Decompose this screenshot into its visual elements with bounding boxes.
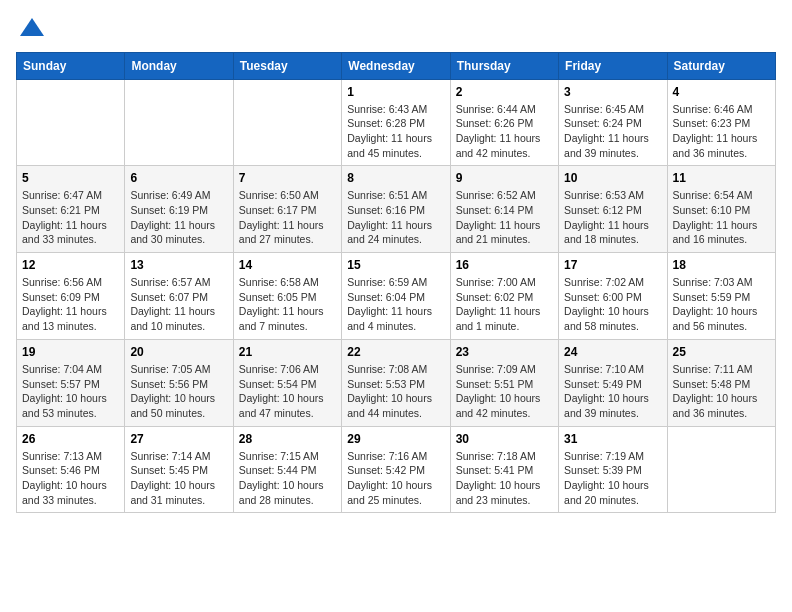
calendar-cell: 3 Sunrise: 6:45 AMSunset: 6:24 PMDayligh… — [559, 79, 667, 166]
calendar-cell: 22 Sunrise: 7:08 AMSunset: 5:53 PMDaylig… — [342, 339, 450, 426]
day-number: 30 — [456, 432, 553, 446]
day-info: Sunrise: 6:47 AMSunset: 6:21 PMDaylight:… — [22, 188, 119, 247]
calendar-week-row: 26 Sunrise: 7:13 AMSunset: 5:46 PMDaylig… — [17, 426, 776, 513]
day-info: Sunrise: 7:19 AMSunset: 5:39 PMDaylight:… — [564, 449, 661, 508]
day-info: Sunrise: 6:57 AMSunset: 6:07 PMDaylight:… — [130, 275, 227, 334]
calendar-cell — [233, 79, 341, 166]
day-number: 5 — [22, 171, 119, 185]
calendar-cell: 14 Sunrise: 6:58 AMSunset: 6:05 PMDaylig… — [233, 253, 341, 340]
day-number: 26 — [22, 432, 119, 446]
calendar-cell: 30 Sunrise: 7:18 AMSunset: 5:41 PMDaylig… — [450, 426, 558, 513]
day-number: 12 — [22, 258, 119, 272]
weekday-header: Saturday — [667, 52, 775, 79]
calendar-cell: 26 Sunrise: 7:13 AMSunset: 5:46 PMDaylig… — [17, 426, 125, 513]
day-number: 28 — [239, 432, 336, 446]
day-number: 20 — [130, 345, 227, 359]
day-info: Sunrise: 7:02 AMSunset: 6:00 PMDaylight:… — [564, 275, 661, 334]
calendar-week-row: 12 Sunrise: 6:56 AMSunset: 6:09 PMDaylig… — [17, 253, 776, 340]
calendar-cell: 4 Sunrise: 6:46 AMSunset: 6:23 PMDayligh… — [667, 79, 775, 166]
calendar-cell: 17 Sunrise: 7:02 AMSunset: 6:00 PMDaylig… — [559, 253, 667, 340]
day-number: 13 — [130, 258, 227, 272]
calendar-cell: 20 Sunrise: 7:05 AMSunset: 5:56 PMDaylig… — [125, 339, 233, 426]
day-number: 18 — [673, 258, 770, 272]
calendar-cell: 12 Sunrise: 6:56 AMSunset: 6:09 PMDaylig… — [17, 253, 125, 340]
calendar-cell: 16 Sunrise: 7:00 AMSunset: 6:02 PMDaylig… — [450, 253, 558, 340]
day-info: Sunrise: 7:15 AMSunset: 5:44 PMDaylight:… — [239, 449, 336, 508]
svg-marker-0 — [20, 18, 44, 36]
weekday-header: Sunday — [17, 52, 125, 79]
day-info: Sunrise: 7:11 AMSunset: 5:48 PMDaylight:… — [673, 362, 770, 421]
day-info: Sunrise: 6:44 AMSunset: 6:26 PMDaylight:… — [456, 102, 553, 161]
calendar-cell: 8 Sunrise: 6:51 AMSunset: 6:16 PMDayligh… — [342, 166, 450, 253]
day-info: Sunrise: 7:05 AMSunset: 5:56 PMDaylight:… — [130, 362, 227, 421]
weekday-header: Thursday — [450, 52, 558, 79]
day-number: 4 — [673, 85, 770, 99]
day-info: Sunrise: 6:43 AMSunset: 6:28 PMDaylight:… — [347, 102, 444, 161]
day-info: Sunrise: 7:10 AMSunset: 5:49 PMDaylight:… — [564, 362, 661, 421]
day-info: Sunrise: 6:45 AMSunset: 6:24 PMDaylight:… — [564, 102, 661, 161]
day-number: 7 — [239, 171, 336, 185]
day-number: 10 — [564, 171, 661, 185]
weekday-header: Wednesday — [342, 52, 450, 79]
day-info: Sunrise: 6:50 AMSunset: 6:17 PMDaylight:… — [239, 188, 336, 247]
day-number: 24 — [564, 345, 661, 359]
calendar-cell: 2 Sunrise: 6:44 AMSunset: 6:26 PMDayligh… — [450, 79, 558, 166]
day-info: Sunrise: 7:16 AMSunset: 5:42 PMDaylight:… — [347, 449, 444, 508]
day-info: Sunrise: 7:04 AMSunset: 5:57 PMDaylight:… — [22, 362, 119, 421]
calendar-cell: 9 Sunrise: 6:52 AMSunset: 6:14 PMDayligh… — [450, 166, 558, 253]
day-info: Sunrise: 6:54 AMSunset: 6:10 PMDaylight:… — [673, 188, 770, 247]
calendar-cell: 23 Sunrise: 7:09 AMSunset: 5:51 PMDaylig… — [450, 339, 558, 426]
day-info: Sunrise: 6:59 AMSunset: 6:04 PMDaylight:… — [347, 275, 444, 334]
calendar-cell: 10 Sunrise: 6:53 AMSunset: 6:12 PMDaylig… — [559, 166, 667, 253]
calendar-cell: 13 Sunrise: 6:57 AMSunset: 6:07 PMDaylig… — [125, 253, 233, 340]
calendar-cell: 18 Sunrise: 7:03 AMSunset: 5:59 PMDaylig… — [667, 253, 775, 340]
day-number: 14 — [239, 258, 336, 272]
day-number: 31 — [564, 432, 661, 446]
day-number: 16 — [456, 258, 553, 272]
calendar-cell: 6 Sunrise: 6:49 AMSunset: 6:19 PMDayligh… — [125, 166, 233, 253]
calendar-cell: 28 Sunrise: 7:15 AMSunset: 5:44 PMDaylig… — [233, 426, 341, 513]
day-info: Sunrise: 6:58 AMSunset: 6:05 PMDaylight:… — [239, 275, 336, 334]
logo — [16, 16, 46, 40]
calendar-cell — [125, 79, 233, 166]
day-number: 9 — [456, 171, 553, 185]
day-info: Sunrise: 7:18 AMSunset: 5:41 PMDaylight:… — [456, 449, 553, 508]
day-number: 1 — [347, 85, 444, 99]
calendar-cell: 27 Sunrise: 7:14 AMSunset: 5:45 PMDaylig… — [125, 426, 233, 513]
day-info: Sunrise: 7:14 AMSunset: 5:45 PMDaylight:… — [130, 449, 227, 508]
day-number: 29 — [347, 432, 444, 446]
calendar-cell: 7 Sunrise: 6:50 AMSunset: 6:17 PMDayligh… — [233, 166, 341, 253]
day-number: 21 — [239, 345, 336, 359]
calendar-cell — [17, 79, 125, 166]
day-number: 11 — [673, 171, 770, 185]
day-number: 15 — [347, 258, 444, 272]
day-info: Sunrise: 6:51 AMSunset: 6:16 PMDaylight:… — [347, 188, 444, 247]
day-info: Sunrise: 6:53 AMSunset: 6:12 PMDaylight:… — [564, 188, 661, 247]
calendar-cell: 21 Sunrise: 7:06 AMSunset: 5:54 PMDaylig… — [233, 339, 341, 426]
day-info: Sunrise: 7:13 AMSunset: 5:46 PMDaylight:… — [22, 449, 119, 508]
calendar-cell: 1 Sunrise: 6:43 AMSunset: 6:28 PMDayligh… — [342, 79, 450, 166]
calendar-cell: 15 Sunrise: 6:59 AMSunset: 6:04 PMDaylig… — [342, 253, 450, 340]
day-number: 23 — [456, 345, 553, 359]
day-info: Sunrise: 6:52 AMSunset: 6:14 PMDaylight:… — [456, 188, 553, 247]
day-number: 17 — [564, 258, 661, 272]
day-info: Sunrise: 6:49 AMSunset: 6:19 PMDaylight:… — [130, 188, 227, 247]
calendar-cell: 25 Sunrise: 7:11 AMSunset: 5:48 PMDaylig… — [667, 339, 775, 426]
calendar-cell: 24 Sunrise: 7:10 AMSunset: 5:49 PMDaylig… — [559, 339, 667, 426]
weekday-header-row: SundayMondayTuesdayWednesdayThursdayFrid… — [17, 52, 776, 79]
calendar-cell: 31 Sunrise: 7:19 AMSunset: 5:39 PMDaylig… — [559, 426, 667, 513]
day-number: 27 — [130, 432, 227, 446]
day-info: Sunrise: 6:46 AMSunset: 6:23 PMDaylight:… — [673, 102, 770, 161]
calendar-week-row: 1 Sunrise: 6:43 AMSunset: 6:28 PMDayligh… — [17, 79, 776, 166]
calendar-cell: 19 Sunrise: 7:04 AMSunset: 5:57 PMDaylig… — [17, 339, 125, 426]
day-number: 3 — [564, 85, 661, 99]
page-header — [16, 16, 776, 40]
calendar-week-row: 5 Sunrise: 6:47 AMSunset: 6:21 PMDayligh… — [17, 166, 776, 253]
day-number: 25 — [673, 345, 770, 359]
day-info: Sunrise: 7:00 AMSunset: 6:02 PMDaylight:… — [456, 275, 553, 334]
logo-icon — [18, 16, 46, 38]
weekday-header: Monday — [125, 52, 233, 79]
calendar-cell — [667, 426, 775, 513]
day-info: Sunrise: 7:03 AMSunset: 5:59 PMDaylight:… — [673, 275, 770, 334]
calendar-week-row: 19 Sunrise: 7:04 AMSunset: 5:57 PMDaylig… — [17, 339, 776, 426]
